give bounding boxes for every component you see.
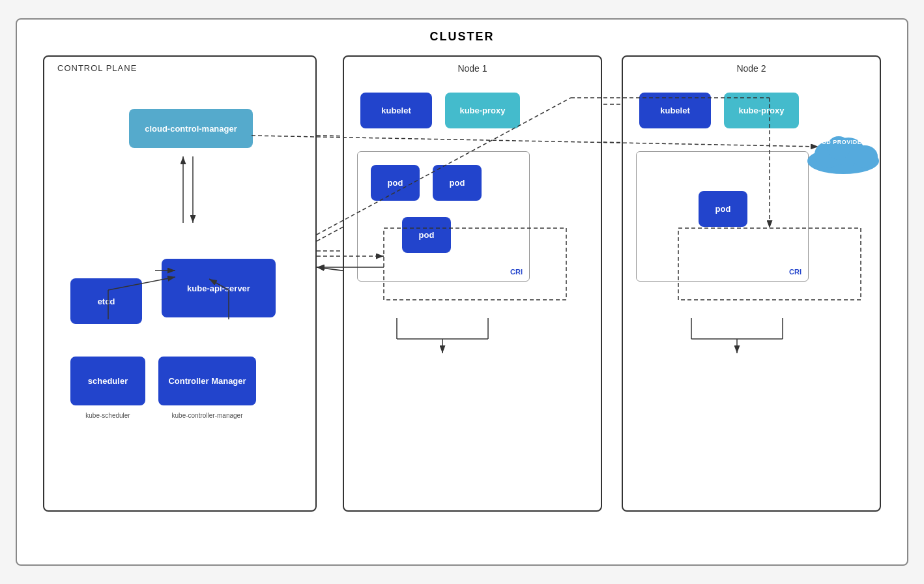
node1-pod1: pod [371, 165, 420, 201]
etcd-box: etcd [70, 278, 142, 324]
node1-label: Node 1 [457, 63, 487, 74]
cloud-label-text: CLOUD PROVIDER API [796, 139, 891, 145]
node1-pod3-label: pod [419, 230, 435, 240]
node1-pod-container: pod pod pod CRI [357, 151, 530, 282]
diagram-container: CLUSTER [16, 18, 908, 566]
cluster-title: CLUSTER [430, 30, 495, 44]
cloud-provider-container: CLOUD PROVIDER API [796, 121, 891, 176]
node1-kube-proxy-label: kube-proxy [459, 106, 505, 115]
node2-pod1-label: pod [715, 204, 731, 214]
node2-kube-proxy-box: kube-proxy [724, 93, 799, 128]
node1-pod2: pod [433, 165, 482, 201]
node1-pod1-label: pod [388, 178, 403, 188]
controller-manager-sub-label: kube-controller-manager [152, 412, 263, 419]
node1-kubelet-label: kubelet [381, 106, 411, 115]
kube-api-server-box: kube-api-server [162, 259, 276, 317]
cloud-control-manager-box: cloud-control-manager [129, 109, 253, 148]
node1-cri-label: CRI [510, 268, 523, 276]
node2-kube-proxy-label: kube-proxy [738, 106, 784, 115]
scheduler-box: scheduler [70, 357, 145, 405]
node2-pod1: pod [699, 191, 747, 227]
node2-kubelet-box: kubelet [639, 93, 711, 128]
scheduler-sub-label: kube-scheduler [61, 412, 155, 419]
node2-label: Node 2 [736, 63, 766, 74]
node1-kube-proxy-box: kube-proxy [445, 93, 520, 128]
control-plane-label: CONTROL PLANE [57, 63, 137, 73]
svg-point-47 [852, 145, 878, 168]
kube-api-server-label: kube-api-server [187, 284, 250, 293]
cloud-control-manager-label: cloud-control-manager [145, 124, 237, 134]
node1-pod3: pod [402, 217, 451, 253]
controller-manager-label: Controller Manager [168, 376, 246, 386]
node2-pod-container: pod CRI [636, 151, 809, 282]
node1-kubelet-box: kubelet [360, 93, 432, 128]
control-plane-box: CONTROL PLANE cloud-control-manager etcd… [43, 55, 317, 512]
controller-manager-box: Controller Manager [158, 357, 256, 405]
scheduler-label: scheduler [88, 376, 128, 386]
node2-kubelet-label: kubelet [660, 106, 690, 115]
cloud-svg [796, 121, 891, 176]
node1-box: Node 1 kubelet kube-proxy pod pod [343, 55, 602, 512]
etcd-label: etcd [98, 297, 115, 306]
node1-pod2-label: pod [450, 178, 465, 188]
node2-cri-label: CRI [789, 268, 801, 276]
